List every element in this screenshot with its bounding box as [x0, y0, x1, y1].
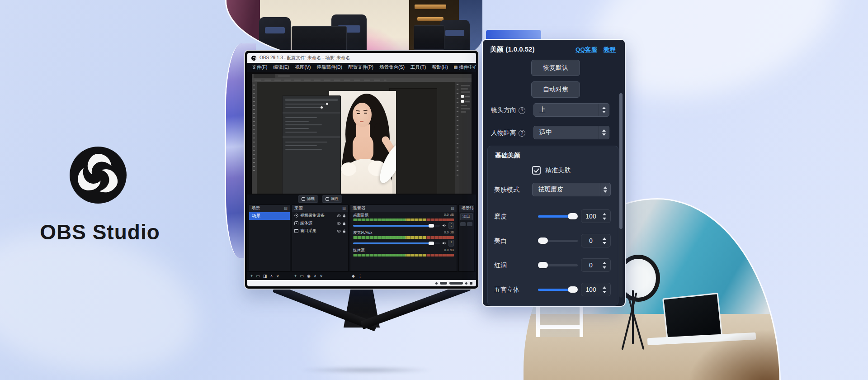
- menu-profile[interactable]: 配置文件(P): [348, 64, 373, 71]
- window-icon: [294, 229, 298, 233]
- lens-direction-select[interactable]: 上: [533, 103, 609, 117]
- scrollbar-thumb[interactable]: [619, 93, 623, 229]
- obs-window: OBS 29.1.3 - 配置文件: 未命名 - 场景: 未命名 文件(F) 编…: [247, 53, 476, 286]
- slider-thumb[interactable]: [568, 286, 578, 293]
- channel-menu-button[interactable]: ⋮: [448, 222, 454, 229]
- obs-titlebar[interactable]: OBS 29.1.3 - 配置文件: 未命名 - 场景: 未命名: [247, 53, 476, 63]
- docks-toolbar: + ▭ ◨ ∧ ∨ + ▭ ◉ ∧ ∨ ◆ ⋮: [247, 271, 476, 280]
- obs-preview[interactable]: [247, 72, 476, 195]
- scene-item-selected[interactable]: 场景: [249, 212, 290, 220]
- speaker-icon[interactable]: [442, 223, 446, 228]
- dock-options-icon[interactable]: ▤: [451, 206, 454, 210]
- channel-name: 桌面音频: [353, 213, 368, 218]
- source-row[interactable]: 媒体源: [292, 219, 348, 227]
- value-spinbox[interactable]: 0: [581, 234, 611, 247]
- menu-file[interactable]: 文件(F): [252, 64, 267, 71]
- slider-track[interactable]: [538, 289, 578, 291]
- channel-menu-button[interactable]: ⋮: [448, 240, 454, 247]
- filter-icon: [302, 197, 305, 201]
- ps-toolbar: [252, 82, 257, 194]
- beauty-filter-panel: 美颜 (1.0.0.52) QQ客服 教程 恢复默认 自动对焦 镜头方向? 上 …: [482, 39, 626, 307]
- dock-options-icon[interactable]: ▤: [284, 206, 288, 210]
- move-source-up-button[interactable]: ∧: [314, 274, 317, 278]
- stepper-arrows[interactable]: [599, 104, 609, 116]
- lock-icon[interactable]: [343, 222, 346, 225]
- add-source-button[interactable]: +: [294, 274, 297, 278]
- menu-edit[interactable]: 编辑(E): [273, 64, 289, 71]
- menu-tools[interactable]: 工具(T): [410, 64, 426, 71]
- menu-docks[interactable]: 停靠部件(D): [316, 64, 342, 71]
- qq-support-link[interactable]: QQ客服: [576, 46, 597, 54]
- monitor-shadow: [298, 366, 434, 374]
- add-transition-button[interactable]: [460, 222, 466, 226]
- slider-thumb[interactable]: [538, 238, 548, 244]
- source-context-bar: 滤镜 属性: [247, 195, 476, 204]
- volume-meter: [353, 254, 454, 256]
- mixer-config-button[interactable]: ◆: [352, 274, 355, 278]
- remove-transition-button[interactable]: [467, 222, 472, 226]
- checkbox-checked[interactable]: [532, 166, 541, 175]
- eye-icon[interactable]: [337, 222, 341, 225]
- slider-track[interactable]: [538, 240, 578, 242]
- plugin-center-icon: [454, 66, 458, 69]
- ps-right-panels: [455, 82, 472, 194]
- transition-select[interactable]: 淡出: [460, 213, 473, 220]
- filters-button[interactable]: 滤镜: [298, 195, 318, 203]
- obs-statusbar: [247, 280, 476, 286]
- lock-icon[interactable]: [343, 214, 346, 218]
- status-icon: [470, 282, 472, 285]
- ps-secondary-document: [389, 88, 437, 194]
- panel-scrollbar[interactable]: [619, 93, 623, 298]
- whitening-slider-row: 美白 0: [488, 234, 618, 247]
- tutorial-link[interactable]: 教程: [604, 46, 616, 54]
- menu-help[interactable]: 帮助(H): [432, 64, 448, 71]
- obs-logo: [68, 145, 128, 205]
- auto-focus-button[interactable]: 自动对焦: [531, 81, 580, 98]
- move-source-down-button[interactable]: ∨: [320, 274, 323, 278]
- volume-slider[interactable]: [353, 225, 440, 227]
- move-scene-up-button[interactable]: ∧: [270, 274, 273, 278]
- stepper-arrows[interactable]: [599, 126, 609, 139]
- ps-canvas: [257, 82, 455, 194]
- woman-shoulders: [353, 134, 373, 161]
- volume-slider[interactable]: [353, 242, 440, 244]
- slider-track[interactable]: [538, 264, 578, 266]
- precise-skin-checkbox-row[interactable]: 精准美肤: [532, 166, 571, 175]
- media-icon: [294, 221, 298, 225]
- eye-icon[interactable]: [337, 230, 341, 233]
- stepper-arrows[interactable]: [600, 183, 610, 196]
- duplicate-scene-button[interactable]: ◨: [263, 274, 267, 278]
- source-properties-button[interactable]: ◉: [307, 274, 311, 278]
- person-distance-select[interactable]: 适中: [533, 126, 609, 139]
- mixer-dock-title: 混音器: [353, 205, 366, 211]
- help-icon[interactable]: ?: [519, 130, 525, 137]
- remove-source-button[interactable]: ▭: [300, 274, 304, 278]
- skin-mode-select[interactable]: 祛斑磨皮: [532, 183, 611, 196]
- menu-scene-collection[interactable]: 场景集合(S): [379, 64, 405, 71]
- move-scene-down-button[interactable]: ∨: [276, 274, 279, 278]
- dock-options-icon[interactable]: ▤: [342, 206, 346, 210]
- menu-view[interactable]: 视图(V): [295, 64, 311, 71]
- slider-thumb[interactable]: [538, 262, 548, 268]
- source-row[interactable]: 视频采集设备: [292, 212, 348, 219]
- menu-plugin-center[interactable]: 插件中心: [454, 64, 476, 71]
- properties-button[interactable]: 属性: [322, 195, 342, 203]
- add-scene-button[interactable]: +: [250, 274, 253, 278]
- lock-icon[interactable]: [343, 229, 346, 233]
- help-icon[interactable]: ?: [519, 107, 525, 114]
- transitions-dock-title: 场景转场: [461, 205, 475, 211]
- value-spinbox[interactable]: 100: [581, 209, 611, 223]
- remove-scene-button[interactable]: ▭: [256, 274, 260, 278]
- slider-thumb[interactable]: [568, 213, 578, 219]
- speaker-icon[interactable]: [442, 241, 446, 245]
- value-spinbox[interactable]: 100: [581, 283, 611, 296]
- ps-options-bar: [252, 78, 472, 82]
- slider-track[interactable]: [538, 215, 578, 218]
- ps-floating-panel: [282, 95, 341, 194]
- channel-db: 0.0 dB: [444, 230, 454, 236]
- source-row[interactable]: 窗口采集: [292, 227, 348, 235]
- value-spinbox[interactable]: 0: [581, 258, 611, 272]
- restore-defaults-button[interactable]: 恢复默认: [531, 60, 580, 76]
- eye-icon[interactable]: [337, 214, 341, 217]
- mixer-menu-button[interactable]: ⋮: [358, 274, 362, 278]
